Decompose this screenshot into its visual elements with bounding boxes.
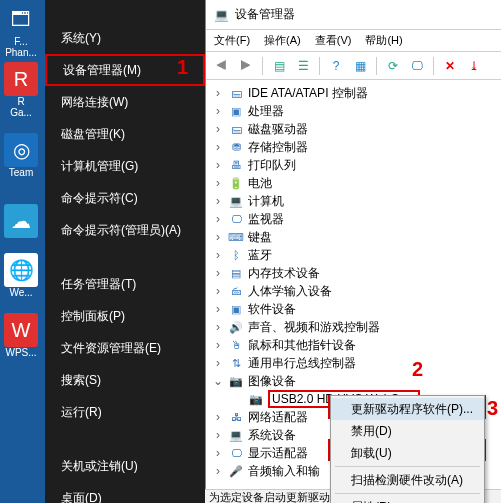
desktop-icon[interactable]: 🌐 We... [0,242,42,298]
device-category-icon: 🎤 [228,464,244,478]
desktop-icon[interactable]: ◎ Team [0,122,42,178]
app-icon: R [4,62,38,96]
menu-run[interactable]: 运行(R) [45,396,205,428]
device-node[interactable]: ›💻计算机 [212,192,501,210]
collapse-icon[interactable]: ⌄ [212,374,224,388]
back-button[interactable]: ⯇ [212,56,232,76]
expand-icon[interactable]: › [212,338,224,352]
device-category-icon: 🖴 [228,122,244,136]
annotation-1: 1 [177,56,188,79]
expand-icon[interactable]: › [212,230,224,244]
icon-sublabel: We... [0,287,42,298]
expand-icon[interactable]: › [212,302,224,316]
show-hide-tree-button[interactable]: ▤ [269,56,289,76]
menu-view[interactable]: 查看(V) [315,33,352,48]
toolbar-separator [319,57,320,75]
menu-control-panel[interactable]: 控制面板(P) [45,300,205,332]
menu-cmd[interactable]: 命令提示符(C) [45,182,205,214]
menu-cmd-admin[interactable]: 命令提示符(管理员)(A) [45,214,205,246]
scan-button[interactable]: 🖵 [407,56,427,76]
icon-sublabel: Ga... [0,107,42,118]
device-node[interactable]: ›🖱鼠标和其他指针设备 [212,336,501,354]
device-node[interactable]: ›🖮人体学输入设备 [212,282,501,300]
ctx-uninstall[interactable]: 卸载(U) [331,442,484,464]
device-node[interactable]: ›⛃存储控制器 [212,138,501,156]
device-node[interactable]: ›ᛒ蓝牙 [212,246,501,264]
toolbar-separator [376,57,377,75]
desktop-icon[interactable]: R R Ga... [0,62,42,118]
menu-file[interactable]: 文件(F) [214,33,250,48]
device-node[interactable]: ›▣处理器 [212,102,501,120]
properties-button[interactable]: ☰ [293,56,313,76]
expand-icon[interactable]: › [212,122,224,136]
expand-icon[interactable]: › [212,86,224,100]
app-icon: 🌐 [4,253,38,287]
expand-icon[interactable]: › [212,104,224,118]
menu-system[interactable]: 系统(Y) [45,22,205,54]
expand-icon[interactable]: › [212,176,224,190]
device-node[interactable]: ›⇅通用串行总线控制器 [212,354,501,372]
device-node[interactable]: ›🖴磁盘驱动器 [212,120,501,138]
device-category-icon: ▣ [228,104,244,118]
forward-button[interactable]: ⯈ [236,56,256,76]
expand-icon[interactable]: › [212,158,224,172]
update-driver-button[interactable]: ⟳ [383,56,403,76]
expand-icon[interactable]: › [212,194,224,208]
expand-icon[interactable]: › [212,140,224,154]
menu-desktop[interactable]: 桌面(D) [45,482,205,503]
expand-icon[interactable]: › [212,410,224,424]
window-titlebar[interactable]: 💻 设备管理器 [206,0,501,30]
device-node[interactable]: ⌄📷图像设备 [212,372,501,390]
device-node[interactable]: ›🔊声音、视频和游戏控制器 [212,318,501,336]
desktop-icon[interactable]: W WPS... [0,302,42,358]
menu-explorer[interactable]: 文件资源管理器(E) [45,332,205,364]
expand-icon[interactable]: › [212,464,224,478]
device-category-icon: ⇅ [228,356,244,370]
expand-icon[interactable]: › [212,320,224,334]
device-node[interactable]: ›🖵监视器 [212,210,501,228]
device-category-icon: 🖴 [228,86,244,100]
menu-action[interactable]: 操作(A) [264,33,301,48]
device-label: 系统设备 [248,427,296,444]
expand-icon[interactable]: › [212,356,224,370]
device-label: 蓝牙 [248,247,272,264]
expand-icon[interactable]: › [212,212,224,226]
device-label: 通用串行总线控制器 [248,355,356,372]
ctx-update-driver[interactable]: 更新驱动程序软件(P)... [331,398,484,420]
device-node[interactable]: ›🖶打印队列 [212,156,501,174]
device-category-icon: 💻 [228,428,244,442]
ctx-properties[interactable]: 属性(R) [331,496,484,503]
device-node[interactable]: ›⌨键盘 [212,228,501,246]
menu-computer-mgmt[interactable]: 计算机管理(G) [45,150,205,182]
expand-icon[interactable]: › [212,266,224,280]
expand-icon[interactable]: › [212,428,224,442]
expand-icon[interactable]: › [212,248,224,262]
device-node[interactable]: ›▤内存技术设备 [212,264,501,282]
view-button[interactable]: ▦ [350,56,370,76]
toolbar: ⯇ ⯈ ▤ ☰ ? ▦ ⟳ 🖵 ✕ ⤓ [206,52,501,80]
menu-disk-mgmt[interactable]: 磁盘管理(K) [45,118,205,150]
menu-spacer [45,0,205,22]
menu-task-mgr[interactable]: 任务管理器(T) [45,268,205,300]
help-button[interactable]: ? [326,56,346,76]
desktop-icon[interactable]: 🗔 F... Phan... [0,2,42,58]
ctx-disable[interactable]: 禁用(D) [331,420,484,442]
ctx-scan-hardware[interactable]: 扫描检测硬件改动(A) [331,469,484,491]
menu-search[interactable]: 搜索(S) [45,364,205,396]
desktop-icons: 🗔 F... Phan... R R Ga... ◎ Team ☁ 🌐 We..… [0,0,45,503]
icon-label: F... [0,36,42,47]
device-node[interactable]: ›🖴IDE ATA/ATAPI 控制器 [212,84,501,102]
menu-network[interactable]: 网络连接(W) [45,86,205,118]
device-node[interactable]: ›▣软件设备 [212,300,501,318]
device-node[interactable]: ›🔋电池 [212,174,501,192]
disable-button[interactable]: ⤓ [464,56,484,76]
device-label: 显示适配器 [248,445,308,462]
menu-shutdown[interactable]: 关机或注销(U) [45,450,205,482]
menu-help[interactable]: 帮助(H) [365,33,402,48]
desktop-icon[interactable]: ☁ [0,182,42,238]
device-label: 声音、视频和游戏控制器 [248,319,380,336]
ctx-separator [335,466,480,467]
expand-icon[interactable]: › [212,446,224,460]
expand-icon[interactable]: › [212,284,224,298]
uninstall-button[interactable]: ✕ [440,56,460,76]
